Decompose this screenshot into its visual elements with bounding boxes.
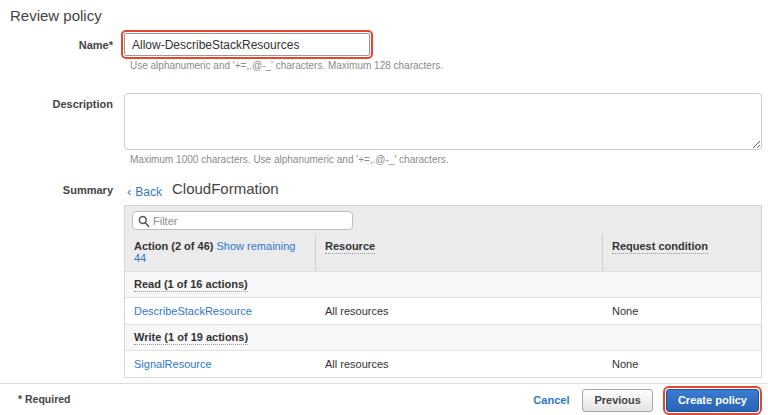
column-header-request-condition: Request condition (603, 234, 761, 271)
chevron-left-icon: ‹ (127, 184, 131, 199)
name-field-label: Name* (0, 39, 113, 51)
action-count-label: Action (2 of 46) (134, 240, 213, 252)
page-title: Review policy (10, 7, 102, 24)
footer-bar: * Required Cancel Previous Create policy (0, 383, 768, 415)
condition-cell: None (603, 351, 761, 377)
table-row: SignalResource All resources None (125, 350, 761, 377)
policy-description-textarea[interactable] (124, 93, 762, 150)
column-header-resource: Resource (316, 234, 603, 271)
service-title: CloudFormation (172, 180, 279, 197)
description-field-label: Description (0, 98, 113, 110)
action-link-describestackresource[interactable]: DescribeStackResource (134, 305, 252, 317)
summary-label: Summary (0, 184, 113, 196)
required-note: * Required (18, 393, 71, 405)
filter-band (125, 206, 761, 234)
back-link-label: Back (135, 185, 162, 199)
previous-button[interactable]: Previous (582, 389, 652, 412)
filter-input[interactable] (153, 212, 349, 229)
name-help-text: Use alphanumeric and '+=,.@-_' character… (130, 60, 443, 71)
create-policy-button[interactable]: Create policy (666, 389, 759, 412)
condition-cell: None (603, 298, 761, 324)
cancel-link[interactable]: Cancel (533, 394, 569, 406)
group-header-write: Write (1 of 19 actions) (125, 324, 761, 350)
resource-cell: All resources (316, 298, 603, 324)
filter-input-wrap[interactable] (132, 211, 353, 230)
policy-name-input[interactable] (124, 33, 370, 56)
column-header-action: Action (2 of 46) Show remaining 44 (125, 234, 316, 271)
description-help-text: Maximum 1000 characters. Use alphanumeri… (130, 154, 449, 165)
group-header-read: Read (1 of 16 actions) (125, 271, 761, 297)
table-header-row: Action (2 of 46) Show remaining 44 Resou… (125, 234, 761, 271)
table-row: DescribeStackResource All resources None (125, 297, 761, 324)
resource-cell: All resources (316, 351, 603, 377)
search-icon (138, 215, 150, 228)
back-link[interactable]: ‹Back (127, 184, 162, 199)
action-link-signalresource[interactable]: SignalResource (134, 358, 212, 370)
permissions-summary-table: Action (2 of 46) Show remaining 44 Resou… (124, 205, 762, 378)
footer-actions: Cancel Previous Create policy (533, 384, 762, 415)
